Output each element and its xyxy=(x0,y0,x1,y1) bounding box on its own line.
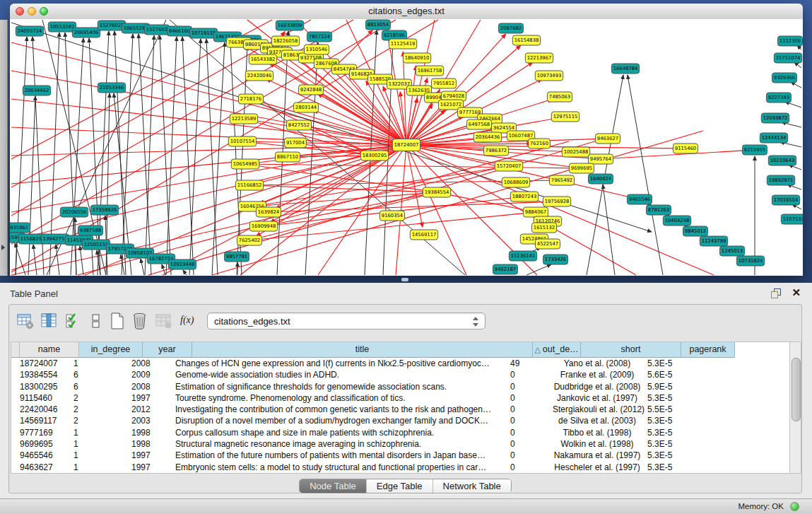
cell-out_de[interactable]: 0 xyxy=(507,427,550,438)
cell-out_de[interactable]: 0 xyxy=(507,462,550,473)
column-header-pagerank[interactable]: pagerank xyxy=(681,342,735,358)
cell-short[interactable]: Franke et al. (2009) xyxy=(550,369,645,380)
cell-title[interactable]: Genome-wide association studies in ADHD. xyxy=(172,369,507,380)
cell-title[interactable]: Investigating the contribution of common… xyxy=(172,404,507,415)
cell-in_degree[interactable]: 1 xyxy=(71,462,129,473)
cell-pagerank[interactable]: 5.3E-5 xyxy=(645,462,693,473)
cell-year[interactable]: 2008 xyxy=(129,381,172,392)
cell-year[interactable]: 1998 xyxy=(129,427,172,438)
cell-pagerank[interactable]: 5.6E-5 xyxy=(645,369,693,380)
column-header-name[interactable]: name xyxy=(20,342,79,358)
cell-in_degree[interactable]: 2 xyxy=(71,404,129,415)
cell-name[interactable]: 22420046 xyxy=(17,404,71,415)
cell-in_degree[interactable]: 2 xyxy=(71,392,129,404)
cell-title[interactable]: Structural magnetic resonance image aver… xyxy=(172,438,507,450)
cell-year[interactable]: 2012 xyxy=(129,404,172,415)
close-panel-icon[interactable]: ✕ xyxy=(792,286,801,299)
cell-name[interactable]: 18724007 xyxy=(17,358,71,369)
cell-year[interactable]: 1997 xyxy=(129,450,172,461)
cell-in_degree[interactable]: 1 xyxy=(71,438,129,450)
cell-year[interactable]: 1998 xyxy=(129,438,172,450)
cell-title[interactable]: Changes of HCN gene expression and I(f) … xyxy=(172,358,507,369)
cell-short[interactable]: Wolkin et al. (1998) xyxy=(550,438,645,450)
cell-name[interactable]: 18300295 xyxy=(17,381,71,392)
cell-name[interactable]: 14569117 xyxy=(17,415,71,426)
cell-short[interactable]: Tibbo et al. (1998) xyxy=(550,427,645,438)
cell-short[interactable]: Nakamura et al. (1997) xyxy=(550,450,645,461)
cell-name[interactable]: 9463627 xyxy=(17,462,71,473)
cell-out_de[interactable]: 0 xyxy=(507,450,550,461)
column-header-short[interactable]: short xyxy=(581,342,681,358)
cell-pagerank[interactable]: 5.3E-5 xyxy=(645,427,693,438)
panel-splitter-handle[interactable] xyxy=(401,278,408,281)
cell-out_de[interactable]: 0 xyxy=(507,438,550,450)
table-row[interactable]: 911546021997Tourette syndrome. Phenomeno… xyxy=(11,392,789,404)
window-titlebar[interactable]: citations_edges.txt xyxy=(10,4,803,20)
cell-in_degree[interactable]: 6 xyxy=(71,369,129,380)
cell-name[interactable]: 9115460 xyxy=(17,392,71,404)
cell-name[interactable]: 9699695 xyxy=(17,438,71,450)
select-columns-icon[interactable] xyxy=(40,312,60,332)
function-builder-icon[interactable]: f(x) xyxy=(180,315,200,334)
cell-name[interactable]: 19384554 xyxy=(17,369,71,380)
delete-table-icon[interactable] xyxy=(131,312,151,332)
cell-title[interactable]: Estimation of the future numbers of pati… xyxy=(172,450,507,461)
table-row[interactable]: 946362711997Embryonic stem cells: a mode… xyxy=(11,462,789,473)
cell-out_de[interactable]: 0 xyxy=(507,415,550,426)
column-header-title[interactable]: title xyxy=(192,342,533,358)
tab-network-table[interactable]: Network Table xyxy=(433,479,511,493)
new-table-icon[interactable] xyxy=(108,312,128,332)
table-row[interactable]: 1872400712008Changes of HCN gene express… xyxy=(11,358,789,369)
cell-in_degree[interactable]: 1 xyxy=(71,427,129,438)
cell-pagerank[interactable]: 5.3E-5 xyxy=(645,392,693,404)
cell-title[interactable]: Embryonic stem cells: a model to study s… xyxy=(172,462,507,473)
cell-short[interactable]: Hescheler et al. (1997) xyxy=(550,462,645,473)
cell-year[interactable]: 2008 xyxy=(129,358,172,369)
cell-in_degree[interactable]: 2 xyxy=(71,415,129,426)
cell-name[interactable]: 9777169 xyxy=(17,427,71,438)
cell-short[interactable]: Dudbridge et al. (2008) xyxy=(550,381,645,392)
cell-out_de[interactable]: 0 xyxy=(507,369,550,380)
network-canvas[interactable]: 1872400724055724105532872069140615276021… xyxy=(10,19,803,276)
cell-out_de[interactable]: 49 xyxy=(507,358,550,369)
cell-out_de[interactable]: 0 xyxy=(507,381,550,392)
cell-pagerank[interactable]: 5.3E-5 xyxy=(645,450,693,461)
column-header-out_de[interactable]: △out_de… xyxy=(533,342,581,358)
column-header-in_degree[interactable]: in_degree xyxy=(79,342,143,358)
cell-pagerank[interactable]: 5.3E-5 xyxy=(645,358,693,369)
cell-in_degree[interactable]: 1 xyxy=(71,450,129,461)
cell-pagerank[interactable]: 5.3E-5 xyxy=(645,415,693,426)
table-row[interactable]: 1830029562008Estimation of significance … xyxy=(11,381,789,392)
cell-short[interactable]: Yano et al. (2008) xyxy=(550,358,645,369)
table-row[interactable]: 969969511998Structural magnetic resonanc… xyxy=(11,438,789,450)
table-row[interactable]: 1456911722003Disruption of a novel membe… xyxy=(11,415,789,426)
cell-year[interactable]: 1997 xyxy=(129,462,172,473)
row-height-icon[interactable] xyxy=(87,312,107,332)
table-vertical-scrollbar[interactable] xyxy=(789,342,801,473)
cell-pagerank[interactable]: 5.9E-5 xyxy=(645,381,693,392)
cell-in_degree[interactable]: 1 xyxy=(71,358,129,369)
cell-title[interactable]: Corpus callosum shape and size in male p… xyxy=(172,427,507,438)
cell-year[interactable]: 2003 xyxy=(129,415,172,426)
cell-year[interactable]: 2009 xyxy=(129,369,172,380)
cell-short[interactable]: Jankovic et al. (1997) xyxy=(550,392,645,404)
cell-pagerank[interactable]: 5.5E-5 xyxy=(645,404,693,415)
tab-edge-table[interactable]: Edge Table xyxy=(367,479,433,493)
table-row[interactable]: 1938455462009Genome-wide association stu… xyxy=(11,369,789,380)
cell-title[interactable]: Estimation of significance thresholds fo… xyxy=(172,381,507,392)
cell-short[interactable]: de Silva et al. (2003) xyxy=(550,415,645,426)
table-row[interactable]: 977716911998Corpus callosum shape and si… xyxy=(11,427,789,438)
cell-out_de[interactable]: 0 xyxy=(507,392,550,404)
cell-title[interactable]: Tourette syndrome. Phenomenology and cla… xyxy=(172,392,507,404)
table-row[interactable]: 2242004622012Investigating the contribut… xyxy=(11,404,789,415)
cell-out_de[interactable]: 0 xyxy=(507,404,550,415)
column-header-year[interactable]: year xyxy=(143,342,192,358)
cell-title[interactable]: Disruption of a novel member of a sodium… xyxy=(172,415,507,426)
cell-pagerank[interactable]: 5.3E-5 xyxy=(645,438,693,450)
cell-short[interactable]: Stergiakouli et al. (2012) xyxy=(550,404,645,415)
tab-node-table[interactable]: Node Table xyxy=(300,479,367,493)
network-graph[interactable]: 1872400724055724105532872069140615276021… xyxy=(10,19,803,276)
scrollbar-thumb[interactable] xyxy=(792,358,801,421)
table-selector-dropdown[interactable]: citations_edges.txt xyxy=(207,313,486,329)
cell-year[interactable]: 1997 xyxy=(129,392,172,404)
